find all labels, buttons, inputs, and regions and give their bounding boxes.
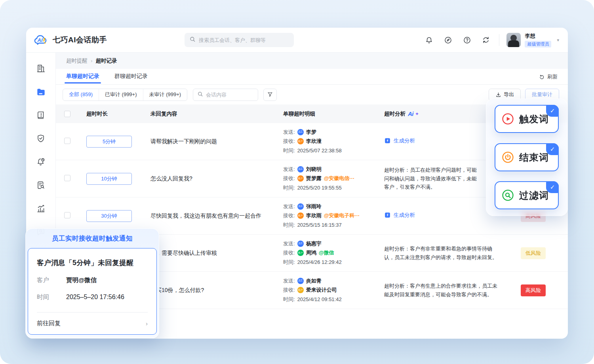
tab-single-chat-records[interactable]: 单聊超时记录	[66, 69, 99, 83]
analysis-text: 超时分析：客户有非常重要和着急的事情等待确 认，员工未注意到客户的请求，导致超时…	[384, 245, 512, 262]
generate-analysis-link[interactable]: 生成分析	[384, 212, 415, 219]
svg-text:I: I	[41, 37, 43, 43]
col-duration: 超时时长	[78, 110, 142, 118]
tab-group-chat-records[interactable]: 群聊超时记录	[114, 69, 148, 83]
segment-unaudited[interactable]: 未审计 (999+)	[143, 89, 187, 100]
timeout-time: 2025/5/07 22:38:58	[297, 147, 342, 155]
bell-clock-icon	[36, 157, 46, 167]
content-search[interactable]	[193, 89, 258, 101]
ai-sparkle-icon: ✦	[415, 111, 419, 117]
sidebar-item-audit[interactable]	[33, 133, 49, 144]
employee-tag: 员工	[297, 129, 304, 135]
unreplied-content: 息，需要尽快确认上传审核	[142, 249, 275, 257]
chat-timeout-detail: 发送: 员工 张雨玲 接收: 客户 李欣雨 @安徽电子科··· 时间: 2025…	[275, 201, 376, 230]
time-label: 时间:	[283, 258, 295, 266]
send-label: 发送:	[283, 203, 295, 210]
send-label: 发送:	[283, 165, 295, 173]
customer-tag: 客户	[297, 250, 304, 256]
time-label: 时间:	[283, 184, 295, 192]
sidebar-item-company[interactable]	[33, 63, 49, 74]
content-search-input[interactable]	[206, 92, 254, 98]
refresh-icon	[539, 74, 545, 80]
segment-all[interactable]: 全部 (859)	[63, 89, 99, 100]
timeout-duration-badge[interactable]: 10分钟	[86, 173, 132, 185]
send-label: 发送:	[283, 277, 295, 285]
refresh-button[interactable]: 刷新	[539, 69, 558, 80]
row-checkbox[interactable]	[64, 138, 70, 144]
chat-timeout-detail: 发送: 员工 李梦 接收: 客户 李欣潼 时间: 2025/5/07 22:38…	[275, 127, 376, 156]
sidebar-item-doc-search[interactable]	[33, 180, 49, 191]
receiver-name: 贾梦露	[306, 174, 322, 182]
timeout-time: 2025/5/20 19:55:55	[297, 184, 342, 192]
time-label: 时间	[37, 293, 66, 301]
folder-icon	[36, 87, 46, 97]
time-label: 时间:	[283, 147, 295, 155]
play-circle-icon	[502, 113, 514, 125]
customer-tag: 客户	[297, 212, 304, 219]
row-checkbox[interactable]	[64, 175, 70, 181]
receiver-name: 李欣雨	[306, 212, 322, 220]
check-badge-icon: ✓	[546, 105, 559, 117]
filter-funnel-button[interactable]	[263, 89, 277, 101]
receive-label: 接收:	[283, 286, 295, 294]
sender-name: 炎如青	[306, 277, 322, 285]
receiver-name: 李欣潼	[306, 137, 322, 145]
breadcrumb-current: 超时记录	[96, 57, 117, 64]
chip-trigger-words[interactable]: 触发词 ✓	[495, 105, 559, 133]
go-reply-button[interactable]: 前往回复 ›	[37, 312, 148, 334]
chat-timeout-detail: 发送: 员工 杨惠宇 接收: 客户 周鸿 @微信 时间: 2025/4/26 1…	[275, 238, 376, 267]
user-menu[interactable]: 李想 超级管理员 ▾	[506, 32, 559, 47]
tab-bar: 单聊超时记录 群聊超时记录 刷新	[56, 69, 568, 85]
avatar[interactable]	[506, 33, 521, 47]
receive-label: 接收:	[283, 174, 295, 182]
segment-audited[interactable]: 已审计 (999+)	[99, 89, 143, 100]
chat-timeout-detail: 发送: 员工 刘晓明 接收: 客户 贾梦露 @安徽电信··· 时间: 2025/…	[275, 164, 376, 193]
timeout-duration-badge[interactable]: 5分钟	[86, 136, 132, 148]
sidebar-item-notify[interactable]	[33, 156, 49, 167]
keyword-chips-panel: 触发词 ✓ 结束词 ✓ 过滤词 ✓	[486, 99, 568, 216]
download-icon	[495, 92, 501, 98]
sidebar-item-alerts[interactable]	[33, 110, 49, 121]
employee-tag: 员工	[297, 203, 304, 210]
page-background: A I 七巧AI会话助手	[0, 0, 594, 364]
compass-icon[interactable]	[444, 36, 452, 44]
unreplied-content: 购买10份，怎么付款?	[142, 286, 275, 294]
chip-end-words[interactable]: 结束词 ✓	[495, 143, 559, 171]
sidebar-item-records-active[interactable]	[33, 86, 49, 97]
cloud-ai-logo-icon: A I	[34, 34, 49, 46]
sender-name: 张雨玲	[306, 203, 322, 210]
timeout-duration-badge[interactable]: 30分钟	[86, 210, 132, 222]
sender-name: 刘晓明	[306, 165, 322, 173]
shield-check-icon	[36, 134, 46, 143]
generate-analysis-link[interactable]: 生成分析	[384, 137, 415, 144]
funnel-icon	[267, 91, 273, 98]
notification-header: 员工实时接收超时触发通知	[26, 229, 159, 248]
select-all-checkbox[interactable]	[64, 111, 70, 117]
lightning-doc-icon	[384, 137, 391, 144]
row-checkbox[interactable]	[64, 212, 70, 218]
chip-filter-words[interactable]: 过滤词 ✓	[495, 181, 559, 209]
col-content: 未回复内容	[142, 110, 275, 118]
caret-icon: ▾	[557, 38, 559, 43]
search-icon	[189, 36, 196, 44]
power-circle-icon	[502, 151, 514, 163]
ai-logo: Ai	[408, 110, 413, 117]
receive-label: 接收:	[283, 249, 295, 257]
bell-icon[interactable]	[425, 36, 433, 44]
sidebar-item-stats[interactable]	[33, 203, 49, 214]
chart-icon	[36, 204, 46, 213]
global-search[interactable]	[185, 33, 294, 47]
sync-icon[interactable]	[482, 36, 490, 44]
help-icon[interactable]	[463, 36, 471, 44]
global-search-input[interactable]	[199, 37, 289, 43]
col-analysis: 超时分析	[384, 110, 406, 118]
timeout-notification-card: 员工实时接收超时触发通知 客户消息「5分钟」未回复提醒 客户 贾明@微信 时间 …	[25, 228, 159, 338]
analysis-text: 超时分析：客户有生意上的合作要求往来，员工未 能及时回复重要消息，可能会导致客户…	[384, 282, 512, 299]
employee-tag: 员工	[297, 278, 304, 284]
time-label: 时间:	[283, 296, 295, 303]
search-icon	[197, 91, 203, 99]
breadcrumb-parent[interactable]: 超时提醒	[66, 57, 88, 64]
receiver-name: 周鸿	[306, 249, 316, 257]
timeout-time: 2025/5/15 16:15:37	[297, 221, 342, 229]
breadcrumb: 超时提醒 › 超时记录	[56, 53, 568, 69]
